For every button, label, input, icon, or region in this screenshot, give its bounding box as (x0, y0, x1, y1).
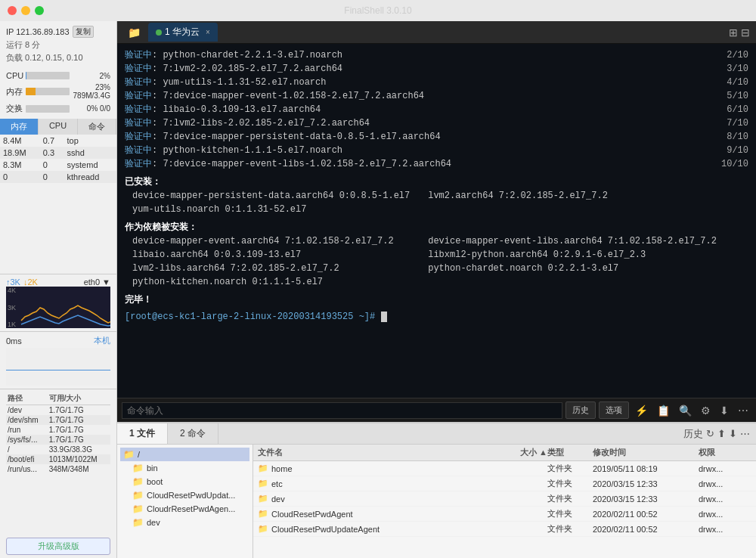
bottom-tabs: 1 文件 2 命令 历史 ↻ ⬆ ⬇ ⋯ (117, 423, 756, 445)
more-icon[interactable]: ⋯ (735, 403, 751, 418)
terminal-line: 验证中: 7:lvm2-2.02.185-2.el7_7.2.aarch643/… (125, 62, 748, 76)
history-bottom-button[interactable]: 历史 (683, 427, 703, 441)
terminal-line: 验证中: yum-utils-1.1.31-52.el7.noarch4/10 (125, 76, 748, 89)
more-bottom-icon[interactable]: ⋯ (740, 428, 750, 439)
tab-cpu[interactable]: CPU (39, 119, 77, 135)
file-row[interactable]: 📁 etc 文件夹 2020/03/15 12:33 drwx... (253, 476, 756, 491)
command-input[interactable] (122, 402, 562, 419)
net-iface[interactable]: eth0 ▼ (84, 277, 110, 287)
latency-target: 本机 (94, 335, 110, 346)
net-down: ↓2K (23, 277, 38, 287)
folder-icon: 📁 (132, 463, 144, 473)
ip-address: IP 121.36.89.183 (6, 27, 70, 36)
terminal-line: yum-utils.noarch 0:1.1.31-52.el7 (125, 203, 748, 216)
mem-bar-fill (26, 88, 36, 95)
col-size-header[interactable]: 大小 ▲ (502, 447, 547, 458)
folder-icon: 📁 (132, 490, 144, 501)
mem-label: 内存 (6, 86, 23, 98)
terminal-line: 完毕！ (125, 293, 748, 307)
cpu-val: 2% (73, 72, 110, 80)
sidebar-tabs: 内存 CPU 命令 (0, 119, 116, 135)
upgrade-button[interactable]: 升级高级版 (6, 538, 110, 555)
tab-commands[interactable]: 2 命令 (168, 423, 218, 444)
terminal-line: [root@ecs-kc1-large-2-linux-202003141935… (125, 310, 748, 324)
right-panel: 📁 1 华为云 × ⊞ ⊟ 验证中: python-chardet-2.2.1-… (117, 21, 756, 558)
disk-row: /run/us...348M/348M (6, 464, 110, 474)
process-table: 8.4M0.7top18.9M0.3sshd8.3M0systemd00kthr… (0, 135, 116, 274)
history-button[interactable]: 历史 (565, 401, 596, 419)
file-row[interactable]: 📁 CloudResetPwdAgent 文件夹 2020/02/11 00:5… (253, 507, 756, 522)
options-button[interactable]: 选项 (599, 401, 629, 419)
file-list: 文件名 大小 ▲ 类型 修改时间 权限 📁 home 文件夹 2019/05/1… (253, 445, 756, 558)
file-tree-item[interactable]: 📁/ (120, 448, 249, 461)
process-row: 8.3M0systemd (0, 159, 116, 171)
file-folder-icon: 📁 (258, 463, 268, 473)
file-tree-item[interactable]: 📁CloudResetPwdUpdat... (120, 488, 249, 502)
terminal-line: 验证中: python-kitchen-1.1.1-5.el7.noarch9/… (125, 144, 748, 157)
latency-line (6, 370, 110, 370)
settings-icon[interactable]: ⚙ (698, 403, 714, 418)
app-title: FinalShell 3.0.10 (344, 5, 411, 16)
app-body: IP 121.36.89.183 复制 运行 8 分 负载 0.12, 0.15… (0, 21, 756, 558)
terminal-line: libaio.aarch64 0:0.3.109-13.el7libxml2-p… (125, 248, 748, 262)
file-manager: 📁/📁bin📁boot📁CloudResetPwdUpdat...📁Cloudr… (117, 445, 756, 558)
file-rows: 📁 home 文件夹 2019/05/11 08:19 drwx... 📁 et… (253, 461, 756, 537)
lightning-icon[interactable]: ⚡ (632, 403, 651, 418)
file-row[interactable]: 📁 home 文件夹 2019/05/11 08:19 drwx... (253, 461, 756, 476)
tab-cmd[interactable]: 命令 (78, 119, 116, 135)
session-tab[interactable]: 1 华为云 × (148, 23, 218, 42)
file-tree-item[interactable]: 📁boot (120, 475, 249, 488)
titlebar: FinalShell 3.0.10 (0, 0, 756, 21)
terminal-line: 已安装： (125, 175, 748, 189)
file-tree: 📁/📁bin📁boot📁CloudResetPwdUpdat...📁Cloudr… (117, 445, 253, 558)
grid-icon[interactable]: ⊞ (729, 26, 738, 39)
ip-row: IP 121.36.89.183 复制 (6, 26, 110, 38)
swap-stat-row: 交换 0% 0/0 (6, 103, 110, 114)
tab-mem[interactable]: 内存 (0, 119, 39, 135)
cpu-bar-fill (26, 72, 26, 79)
swap-label: 交换 (6, 103, 23, 114)
scroll-down-icon[interactable]: ⬇ (717, 403, 732, 418)
file-folder-icon: 📁 (258, 494, 268, 504)
file-folder-icon: 📁 (258, 509, 268, 519)
upload-icon[interactable]: ⬆ (717, 428, 726, 439)
close-button[interactable] (8, 6, 17, 15)
disk-row: /dev/shm1.7G/1.7G (6, 415, 110, 425)
layout-icon[interactable]: ⊟ (741, 26, 750, 39)
process-row: 8.4M0.7top (0, 135, 116, 147)
load-avg: 负载 0.12, 0.15, 0.10 (6, 52, 110, 64)
file-tree-item[interactable]: 📁dev (120, 516, 249, 529)
folder-icon: 📁 (132, 517, 144, 528)
copy-ip-button[interactable]: 复制 (73, 26, 94, 38)
net-chart: 4K 3K 1K (6, 287, 110, 328)
disk-col-avail: 可用/大小 (48, 392, 110, 405)
terminal-line: 验证中: libaio-0.3.109-13.el7.aarch646/10 (125, 103, 748, 116)
terminal-line: 作为依赖被安装： (125, 221, 748, 234)
net-svg (6, 287, 110, 328)
tab-bar-right: ⊞ ⊟ (729, 26, 750, 39)
file-tree-item[interactable]: 📁CloudrResetPwdAgen... (120, 502, 249, 516)
download-icon[interactable]: ⬇ (729, 428, 737, 439)
terminal-line: device-mapper-event.aarch64 7:1.02.158-2… (125, 234, 748, 248)
search-icon[interactable]: 🔍 (676, 403, 695, 418)
minimize-button[interactable] (21, 6, 30, 15)
window-controls (8, 6, 44, 15)
col-perm-header: 权限 (699, 447, 751, 458)
col-modified-header: 修改时间 (593, 447, 699, 458)
process-row: 00kthreadd (0, 171, 116, 183)
session-close-icon[interactable]: × (206, 28, 210, 36)
tab-files[interactable]: 1 文件 (117, 423, 168, 444)
file-row[interactable]: 📁 CloudResetPwdUpdateAgent 文件夹 2020/02/1… (253, 522, 756, 537)
maximize-button[interactable] (35, 6, 44, 15)
mem-bar-bg (26, 88, 70, 95)
disk-area: 路径 可用/大小 /dev1.7G/1.7G/dev/shm1.7G/1.7G/… (0, 389, 116, 535)
refresh-icon[interactable]: ↻ (706, 428, 714, 439)
folder-icon[interactable]: 📁 (123, 25, 145, 40)
file-tree-item[interactable]: 📁bin (120, 461, 249, 475)
folder-icon: 📁 (132, 504, 144, 514)
file-row[interactable]: 📁 dev 文件夹 2020/03/15 12:33 drwx... (253, 491, 756, 507)
mem-pct: 23% 789M/3.4G (73, 83, 110, 100)
tab-bar: 📁 1 华为云 × ⊞ ⊟ (117, 21, 756, 44)
copy-icon[interactable]: 📋 (654, 403, 673, 418)
cpu-stat-row: CPU 2% (6, 71, 110, 80)
